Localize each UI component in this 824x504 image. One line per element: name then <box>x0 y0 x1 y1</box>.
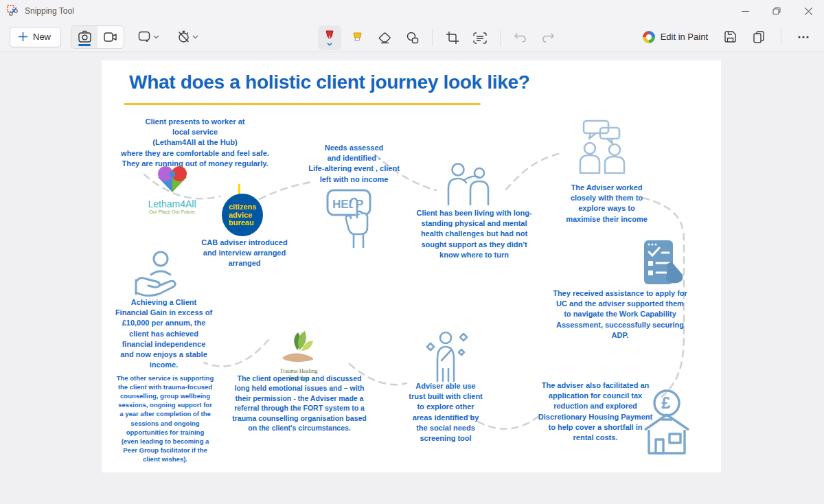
toolbar-divider <box>500 30 501 46</box>
infographic-title: What does a holistic client journey look… <box>129 71 651 93</box>
letham4all-tagline: Our Place Our Future <box>129 209 215 214</box>
citizens-advice-bureau-logo: citizens advice bureau <box>222 194 263 236</box>
video-camera-icon <box>104 32 117 43</box>
new-button-label: New <box>33 32 51 42</box>
camera-icon <box>78 30 91 43</box>
toolbar: New <box>0 22 824 52</box>
eraser-tool[interactable] <box>373 25 396 50</box>
snipping-tool-app-icon <box>7 5 19 17</box>
step-cab-adviser: CAB adviser introduced and interview arr… <box>196 238 293 269</box>
edit-in-paint-label: Edit in Paint <box>661 32 708 42</box>
crop-icon <box>446 32 459 44</box>
puzzle-heart-icon <box>156 165 189 195</box>
title-underline <box>124 103 481 105</box>
redo-icon <box>542 32 554 43</box>
save-icon <box>724 31 736 43</box>
paint-app-icon <box>643 31 655 43</box>
cab-logo-tick <box>238 184 240 194</box>
eraser-icon <box>378 32 391 44</box>
highlighter-icon <box>352 32 363 44</box>
step-uc-assistance: They received assistance to apply for UC… <box>545 288 696 341</box>
plus-icon <box>19 32 27 41</box>
ballpoint-pen-tool[interactable] <box>318 25 341 50</box>
minimize-button[interactable] <box>729 0 761 22</box>
svg-text:£: £ <box>661 393 671 412</box>
toolbar-divider <box>432 30 433 46</box>
close-button[interactable] <box>792 0 824 22</box>
delay-dropdown[interactable] <box>173 25 203 49</box>
see-more-button[interactable] <box>792 26 814 48</box>
chevron-down-icon <box>192 35 198 39</box>
rectangle-snip-icon <box>138 31 151 43</box>
copy-button[interactable] <box>748 26 770 48</box>
edit-in-paint-button[interactable]: Edit in Paint <box>639 28 712 46</box>
crop-tool[interactable] <box>441 25 464 50</box>
restore-button[interactable] <box>761 0 792 22</box>
video-mode-button[interactable] <box>98 26 124 48</box>
confident-person-icon <box>419 330 472 384</box>
save-button[interactable] <box>719 26 741 48</box>
supporting-people-icon <box>442 162 498 206</box>
step-opened-up: The client opened up and discussed long … <box>227 374 372 433</box>
capture-mode-group <box>71 25 124 49</box>
conversation-people-icon <box>574 119 632 174</box>
step-client-presents: Client presents to worker at local servi… <box>103 117 287 169</box>
step-needs-assessed: Needs assessed and identified - Life-alt… <box>304 143 404 185</box>
copy-icon <box>753 31 764 43</box>
editor-content-area: What does a holistic client journey look… <box>0 52 824 504</box>
toolbar-divider <box>781 29 781 45</box>
pen-icon <box>324 30 335 43</box>
step-council-tax: The adviser also facilitated an applicat… <box>536 380 654 443</box>
shapes-icon <box>406 32 419 44</box>
letham4all-name: Letham4All <box>129 198 215 209</box>
leaves-hand-icon <box>279 330 319 364</box>
new-button[interactable]: New <box>10 27 61 47</box>
highlighter-tool[interactable] <box>345 25 369 50</box>
undo-button[interactable] <box>509 25 532 50</box>
step-trust-built: Adviser able use trust built with client… <box>398 381 493 444</box>
screenshot-mode-button[interactable] <box>71 26 98 48</box>
step-other-service: The other service is supporting the clie… <box>108 374 222 463</box>
redo-button[interactable] <box>536 25 560 50</box>
shapes-tool[interactable] <box>400 25 424 50</box>
window-title: Snipping Tool <box>25 6 74 16</box>
help-button-icon: HELP <box>325 187 376 251</box>
screenshot-canvas[interactable]: What does a holistic client journey look… <box>102 60 721 472</box>
snipping-tool-window: Snipping Tool New <box>0 0 824 504</box>
step-adviser-worked: The Adviser worked closely with them to … <box>560 183 653 225</box>
timer-off-icon <box>177 30 190 43</box>
letham4all-logo: Letham4All Our Place Our Future <box>129 165 215 214</box>
text-actions-tool[interactable] <box>468 25 492 50</box>
step-financial-gain: Achieving a Client Financial Gain in exc… <box>107 297 220 370</box>
svg-text:HELP: HELP <box>332 198 363 211</box>
assessment-checklist-icon <box>629 239 684 290</box>
snip-shape-dropdown[interactable] <box>134 25 163 49</box>
chevron-down-icon <box>327 43 332 46</box>
undo-icon <box>514 32 527 43</box>
hand-supporting-person-icon <box>130 250 185 301</box>
ellipsis-icon <box>798 36 809 38</box>
titlebar: Snipping Tool <box>0 0 824 22</box>
chevron-down-icon <box>153 35 159 39</box>
text-extract-icon <box>473 32 487 44</box>
house-savings-icon: £ <box>641 387 693 456</box>
step-health-challenges: Client has been living with long- standi… <box>404 208 545 260</box>
